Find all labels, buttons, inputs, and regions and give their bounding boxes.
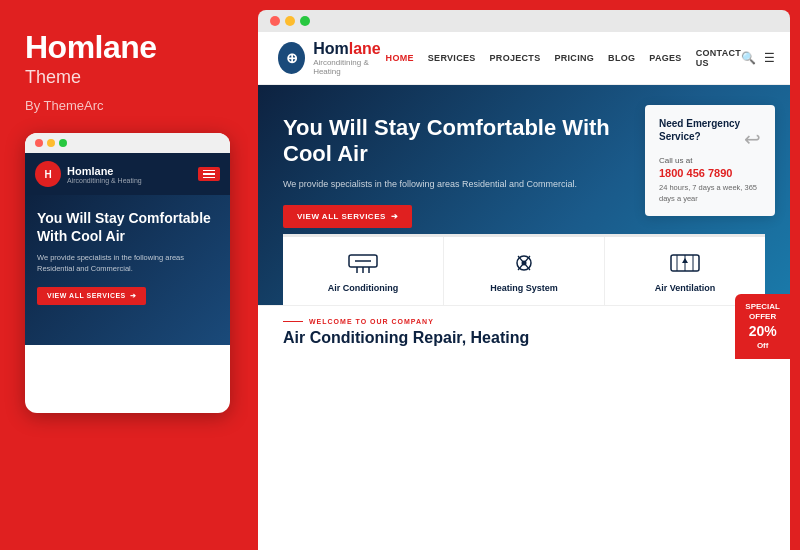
nav-icons: 🔍 ☰ xyxy=(741,51,775,65)
desktop-body: ⊕ Homlane Airconditining & Heating HOME … xyxy=(258,32,790,550)
mobile-mockup: H Homlane Airconditining & Heating You W… xyxy=(25,133,230,413)
theme-title: Homlane Theme xyxy=(25,30,223,88)
mobile-logo: H Homlane Airconditining & Heating xyxy=(35,161,142,187)
titlebar-dot-green xyxy=(59,139,67,147)
welcome-line xyxy=(283,321,303,322)
desktop-dot-green xyxy=(300,16,310,26)
service-item-ac[interactable]: Air Conditioning xyxy=(283,237,444,305)
bottom-title: Air Conditioning Repair, Heating xyxy=(283,329,765,347)
heating-icon xyxy=(506,249,542,277)
titlebar-dot-yellow xyxy=(47,139,55,147)
theme-author: By ThemeArc xyxy=(25,98,223,113)
nav-link-contact[interactable]: CONTACT US xyxy=(696,48,741,68)
desktop-nav: ⊕ Homlane Airconditining & Heating HOME … xyxy=(258,32,790,85)
mobile-titlebar xyxy=(25,133,230,153)
mobile-hamburger[interactable] xyxy=(198,167,220,182)
hero-cta-button[interactable]: VIEW ALL SERVICES ➔ xyxy=(283,205,412,228)
mobile-logo-text: Homlane Airconditining & Heating xyxy=(67,165,142,184)
emergency-hours: 24 hours, 7 days a week, 365 days a year xyxy=(659,183,761,204)
nav-link-projects[interactable]: PROJECTS xyxy=(490,53,541,63)
desktop-mockup: ⊕ Homlane Airconditining & Heating HOME … xyxy=(248,0,800,550)
hero-desc: We provide specialists in the following … xyxy=(283,178,623,192)
hamburger-line-3 xyxy=(203,177,215,179)
mobile-logo-icon: H xyxy=(35,161,61,187)
cta-arrow-icon: ➔ xyxy=(391,212,399,221)
emergency-phone: 1800 456 7890 xyxy=(659,167,761,179)
mobile-nav: H Homlane Airconditining & Heating xyxy=(25,153,230,195)
desktop-dot-red xyxy=(270,16,280,26)
service-item-heating[interactable]: Heating System xyxy=(444,237,605,305)
hamburger-line-1 xyxy=(203,170,215,172)
desktop-logo-icon: ⊕ xyxy=(278,42,305,74)
desktop-hero: You Will Stay Comfortable With Cool Air … xyxy=(258,85,790,305)
nav-link-pages[interactable]: PAGES xyxy=(649,53,681,63)
ac-icon xyxy=(345,249,381,277)
emergency-card: Need Emergency Service? ↩ Call us at 180… xyxy=(645,105,775,216)
nav-link-pricing[interactable]: PRICING xyxy=(554,53,594,63)
welcome-label: WELCOME TO OUR COMPANY xyxy=(283,318,765,325)
bottom-section: WELCOME TO OUR COMPANY Air Conditioning … xyxy=(258,305,790,359)
arrow-icon: ➔ xyxy=(130,292,137,300)
mobile-hero: You Will Stay Comfortable With Cool Air … xyxy=(25,195,230,345)
titlebar-dot-red xyxy=(35,139,43,147)
hero-content: You Will Stay Comfortable With Cool Air … xyxy=(283,115,623,228)
svg-marker-13 xyxy=(682,258,688,263)
service-label-heating: Heating System xyxy=(490,283,558,293)
left-panel: Homlane Theme By ThemeArc H Homlane Airc… xyxy=(0,0,248,550)
hamburger-line-2 xyxy=(203,173,215,175)
services-bar: Air Conditioning Heating System xyxy=(283,234,765,305)
desktop-dot-yellow xyxy=(285,16,295,26)
desktop-nav-links: HOME SERVICES PROJECTS PRICING BLOG PAGE… xyxy=(386,48,741,68)
desktop-titlebar xyxy=(258,10,790,32)
special-offer-badge: SPECIAL OFFER 20% Off xyxy=(735,294,790,359)
service-label-ac: Air Conditioning xyxy=(328,283,398,293)
svg-point-8 xyxy=(522,261,527,266)
menu-icon[interactable]: ☰ xyxy=(764,51,775,65)
mobile-cta-button[interactable]: VIEW ALL SERVICES ➔ xyxy=(37,287,146,305)
service-label-ventilation: Air Ventilation xyxy=(655,283,716,293)
nav-link-home[interactable]: HOME xyxy=(386,53,414,63)
nav-link-services[interactable]: SERVICES xyxy=(428,53,476,63)
emergency-call-label: Call us at xyxy=(659,156,761,165)
desktop-logo: ⊕ Homlane Airconditining & Heating xyxy=(278,40,386,76)
search-icon[interactable]: 🔍 xyxy=(741,51,756,65)
right-panel: ⊕ Homlane Airconditining & Heating HOME … xyxy=(248,0,800,550)
desktop-logo-text: Homlane Airconditining & Heating xyxy=(313,40,385,76)
hero-title: You Will Stay Comfortable With Cool Air xyxy=(283,115,623,168)
ventilation-icon xyxy=(667,249,703,277)
nav-link-blog[interactable]: BLOG xyxy=(608,53,635,63)
